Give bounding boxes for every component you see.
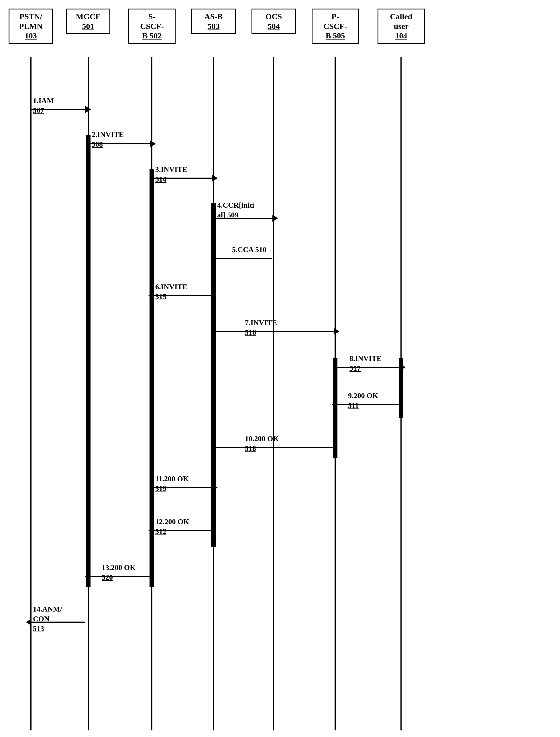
lifeline-ocs (273, 57, 274, 730)
label-msg5: 5.CCA 510 (232, 245, 266, 255)
label-msg9: 9.200 OK511 (348, 391, 378, 410)
lifeline-thick-scscfb (150, 169, 154, 587)
label-msg6: 6.INVITE515 (155, 282, 187, 302)
label-msg13: 13.200 OK520 (102, 563, 135, 582)
arrow-msg5 (216, 258, 272, 259)
entity-pcscfb: P- CSCF- B 505 (312, 9, 359, 44)
label-msg7: 7.INVITE516 (245, 318, 277, 337)
label-msg4: 4.CCR[initial] 509 (217, 201, 254, 220)
entity-scscfb: S- CSCF- B 502 (128, 9, 176, 44)
lifeline-thick-pcscfb (333, 358, 337, 458)
label-msg12: 12.200 OK512 (155, 517, 189, 536)
lifeline-pstn (30, 57, 32, 730)
entity-asb: AS-B 503 (191, 9, 236, 34)
entity-mgcf: MGCF 501 (66, 9, 110, 34)
label-msg3: 3.INVITE514 (155, 165, 187, 184)
entity-pstn: PSTN/ PLMN 103 (9, 9, 53, 44)
label-msg14: 14.ANM/CON513 (33, 604, 62, 633)
label-msg11: 11.200 OK519 (155, 474, 189, 494)
sequence-diagram: PSTN/ PLMN 103 MGCF 501 S- CSCF- B 502 A… (0, 0, 560, 737)
label-msg2: 2.INVITE508 (92, 130, 124, 149)
lifeline-thick-mgcf (86, 135, 91, 587)
label-msg8: 8.INVITE517 (349, 354, 382, 373)
label-msg1: 1.IAM507 (33, 96, 54, 115)
entity-ocs: OCS 504 (251, 9, 296, 34)
entity-calleduser: Called user 104 (378, 9, 425, 44)
label-msg10: 10.200 OK518 (245, 434, 279, 453)
